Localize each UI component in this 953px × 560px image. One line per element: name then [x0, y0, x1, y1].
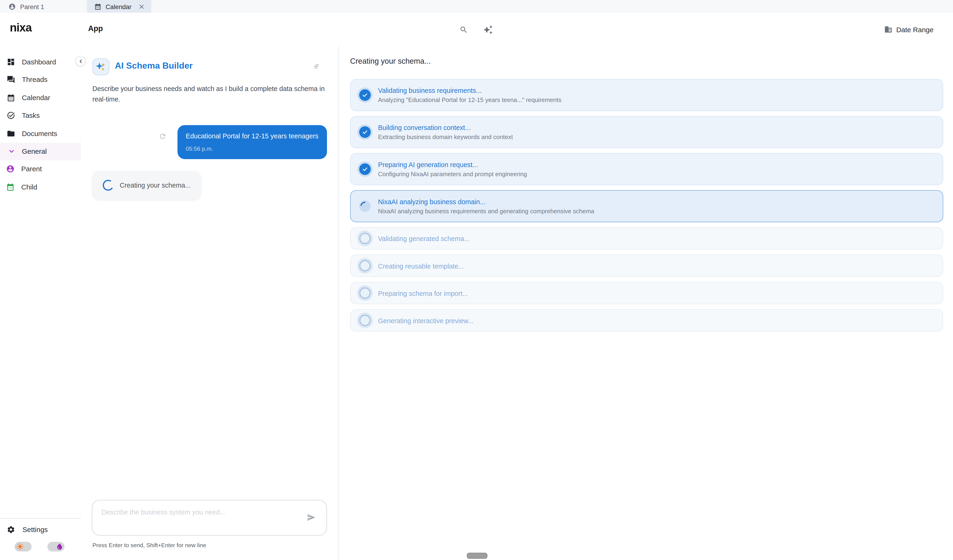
- sidebar-item-label: Dashboard: [22, 58, 56, 65]
- step-subtitle: Analyzing "Educational Portal for 12-15 …: [378, 97, 561, 104]
- task-check-icon: [6, 111, 15, 120]
- check-circle-icon: [359, 163, 371, 175]
- progress-step-card: Validating generated schema...: [350, 227, 944, 250]
- sidebar-item-label: Documents: [22, 130, 57, 137]
- folder-icon: [6, 129, 15, 138]
- sidebar-item-child[interactable]: Child: [0, 178, 81, 196]
- progress-step-card: Creating reusable template...: [350, 255, 944, 277]
- progress-step-card: Preparing schema for import...: [350, 282, 944, 304]
- sparkles-icon[interactable]: [483, 13, 493, 46]
- sidebar-item-calendar[interactable]: Calendar: [0, 89, 81, 107]
- color-theme-toggle[interactable]: [47, 542, 64, 552]
- refresh-icon[interactable]: [158, 132, 166, 140]
- step-title: Generating interactive preview...: [378, 317, 473, 324]
- nixa-logo: nixa: [10, 21, 32, 34]
- search-icon[interactable]: [459, 13, 468, 46]
- progress-step-card: Validating business requirements... Anal…: [350, 79, 944, 111]
- step-title: Building conversation context...: [378, 124, 513, 131]
- progress-steps-list: Validating business requirements... Anal…: [350, 79, 944, 331]
- panel-description: Describe your business needs and watch a…: [92, 84, 328, 104]
- user-message-text: Educational Portal for 12-15 years teena…: [186, 132, 318, 139]
- person-circle-icon: [6, 165, 14, 173]
- progress-spinner-icon: [359, 200, 371, 212]
- sidebar-group-general[interactable]: General: [0, 142, 81, 160]
- input-helper-text: Press Enter to send, Shift+Enter for new…: [92, 542, 206, 549]
- ai-schema-builder-panel: AI Schema Builder Describe your business…: [81, 46, 339, 560]
- date-range-label: Date Range: [896, 26, 934, 33]
- send-button[interactable]: [307, 513, 315, 522]
- page-title: App: [88, 24, 103, 32]
- loading-text: Creating your schema...: [120, 181, 191, 189]
- app-header: nixa App Date Range: [0, 13, 953, 47]
- panel-menu-icon[interactable]: [312, 62, 320, 70]
- sidebar-item-label: Calendar: [22, 94, 50, 101]
- panel-title: AI Schema Builder: [115, 61, 193, 70]
- sidebar-item-label: Threads: [22, 76, 48, 83]
- sun-icon: [16, 543, 23, 550]
- step-title: Preparing schema for import...: [378, 289, 468, 297]
- sidebar-item-parent[interactable]: Parent: [0, 160, 81, 178]
- droplet-icon: [56, 543, 63, 550]
- chevron-down-icon: [8, 148, 14, 154]
- browser-tab-bar: Parent 1 Calendar: [0, 0, 953, 13]
- calendar-icon: [94, 3, 101, 10]
- person-circle-icon: [8, 3, 16, 10]
- settings-label: Settings: [22, 526, 48, 533]
- sidebar: Dashboard Threads Calendar Tasks: [0, 46, 81, 560]
- user-message-bubble: Educational Portal for 12-15 years teena…: [177, 125, 327, 159]
- screenshot-viewport: Parent 1 Calendar nixa App Date Range: [0, 0, 953, 560]
- sidebar-item-label: Child: [21, 183, 37, 190]
- step-subtitle: Configuring NixaAI parameters and prompt…: [378, 170, 527, 177]
- pending-circle-icon: [359, 260, 371, 271]
- sidebar-collapse-button[interactable]: [75, 56, 86, 66]
- sidebar-item-documents[interactable]: Documents: [0, 125, 81, 142]
- check-circle-icon: [359, 90, 371, 101]
- step-title: Preparing AI generation request...: [378, 161, 527, 168]
- app-window: Parent 1 Calendar nixa App Date Range: [0, 0, 953, 560]
- message-input-container: [92, 500, 327, 536]
- sidebar-item-settings[interactable]: Settings: [0, 521, 81, 538]
- check-circle-icon: [359, 126, 371, 138]
- threads-icon: [6, 75, 15, 84]
- sidebar-item-tasks[interactable]: Tasks: [0, 107, 81, 125]
- close-icon[interactable]: [140, 4, 144, 9]
- message-timestamp: 05:56 p.m.: [186, 145, 318, 152]
- calendar-icon: [6, 183, 14, 191]
- sidebar-item-dashboard[interactable]: Dashboard: [0, 53, 81, 71]
- sidebar-item-label: Tasks: [22, 112, 40, 119]
- tab-label: Parent 1: [20, 3, 44, 10]
- sidebar-group-label: General: [22, 148, 47, 155]
- step-title: Creating reusable template...: [378, 262, 464, 269]
- tab-label: Calendar: [106, 3, 132, 10]
- divider: [0, 518, 81, 519]
- loading-spinner-icon: [102, 179, 115, 192]
- horizontal-scrollbar-thumb[interactable]: [467, 553, 487, 559]
- step-title: Validating generated schema...: [378, 235, 470, 242]
- progress-header: Creating your schema...: [350, 57, 431, 66]
- pending-circle-icon: [359, 287, 371, 299]
- sidebar-item-label: Parent: [21, 166, 42, 173]
- ai-sparkle-icon: [92, 58, 110, 75]
- progress-step-card-active: NixaAI analyzing business domain... Nixa…: [350, 190, 944, 222]
- gear-icon: [6, 526, 15, 534]
- dashboard-icon: [6, 58, 15, 66]
- date-range-button[interactable]: Date Range: [880, 13, 937, 46]
- theme-toggles: [0, 538, 81, 560]
- step-title: NixaAI analyzing business domain...: [378, 198, 594, 205]
- step-subtitle: NixaAI analyzing business requirements a…: [378, 208, 594, 214]
- tab-calendar[interactable]: Calendar: [87, 0, 152, 13]
- progress-step-card: Generating interactive preview...: [350, 309, 944, 331]
- step-subtitle: Extracting business domain keywords and …: [378, 134, 513, 141]
- building-icon: [884, 25, 892, 33]
- step-title: Validating business requirements...: [378, 87, 561, 94]
- light-theme-toggle[interactable]: [14, 542, 31, 552]
- progress-step-card: Preparing AI generation request... Confi…: [350, 153, 944, 185]
- schema-progress-panel: Creating your schema... Validating busin…: [339, 46, 953, 560]
- sidebar-item-threads[interactable]: Threads: [0, 71, 81, 89]
- assistant-loading-bubble: Creating your schema...: [92, 170, 201, 200]
- pending-circle-icon: [359, 233, 371, 244]
- tab-parent-1[interactable]: Parent 1: [0, 0, 53, 13]
- calendar-icon: [6, 93, 15, 102]
- message-input[interactable]: [92, 501, 326, 535]
- progress-step-card: Building conversation context... Extract…: [350, 116, 944, 148]
